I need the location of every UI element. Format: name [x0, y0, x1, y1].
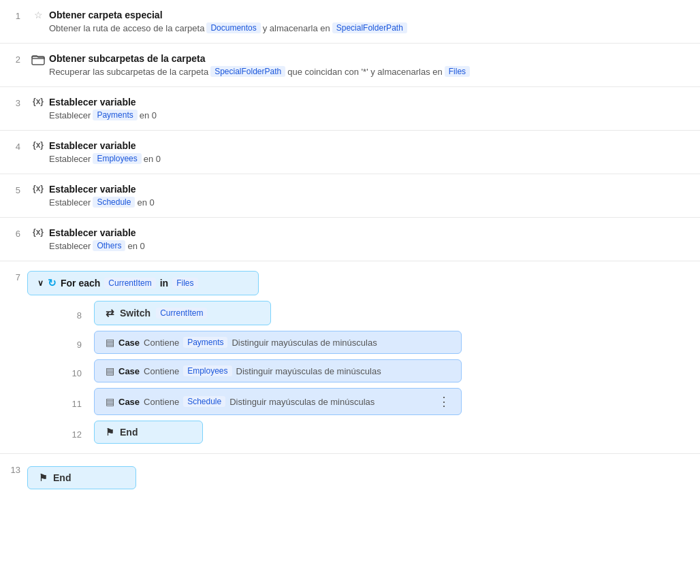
desc-text: en 0: [137, 197, 154, 208]
step-content-3: Establecer variableEstablecerPaymentsen …: [49, 94, 700, 123]
desc-text: en 0: [140, 110, 157, 120]
case-tag-9: Payments: [183, 337, 227, 348]
step-icon-var-6: {x}: [27, 225, 49, 237]
end-icon-outer: ⚑: [39, 472, 48, 483]
step-content-2: Obtener subcarpetas de la carpetaRecuper…: [49, 50, 700, 80]
step-row-10: 10 ▤ Case Contiene Employees Distinguir …: [68, 359, 700, 382]
step-content-4: Establecer variableEstablecerEmployeesen…: [49, 137, 700, 167]
switch-block[interactable]: ⇄ Switch CurrentItem: [94, 301, 271, 325]
step-desc-3: EstablecerPaymentsen 0: [49, 110, 700, 120]
case-contiene-9: Contiene: [144, 338, 179, 348]
switch-label: Switch: [120, 308, 150, 318]
case-contiene-11: Contiene: [144, 397, 179, 407]
chevron-icon: ∨: [37, 278, 44, 288]
desc-tag: Files: [445, 66, 470, 77]
step-number-1: 1: [0, 7, 27, 21]
step-number-3: 3: [0, 94, 27, 108]
desc-tag: Schedule: [93, 197, 135, 208]
step-number-7: 7: [0, 268, 27, 282]
step-row-5: 5{x}Establecer variableEstablecerSchedul…: [0, 174, 700, 218]
step-desc-6: EstablecerOthersen 0: [49, 240, 700, 251]
desc-tag: Others: [93, 240, 125, 251]
step-row-12: 12 ⚑ End: [68, 421, 700, 444]
desc-text: Establecer: [49, 241, 91, 251]
end-outer-label: End: [53, 472, 71, 483]
step-title-3: Establecer variable: [49, 97, 700, 108]
case-label-11: Case: [118, 397, 140, 407]
step-title-5: Establecer variable: [49, 184, 700, 195]
step-number-8: 8: [68, 306, 89, 321]
case-block-9[interactable]: ▤ Case Contiene Payments Distinguir mayú…: [94, 331, 462, 354]
step-row-1: 1☆Obtener carpeta especialObtener la rut…: [0, 0, 700, 44]
end-inner-label: End: [120, 427, 138, 438]
step-row-8: 8 ⇄ Switch CurrentItem: [68, 301, 700, 325]
end-inner-block[interactable]: ⚑ End: [94, 421, 203, 444]
step-number-10: 10: [68, 364, 89, 378]
desc-text: Obtener la ruta de acceso de la carpeta: [49, 23, 204, 33]
foreach-in-text: in: [160, 278, 168, 289]
step-icon-star-1: ☆: [27, 7, 49, 20]
case-rest-10: Distinguir mayúsculas de minúsculas: [236, 366, 381, 376]
desc-text: en 0: [127, 241, 144, 251]
desc-text: Establecer: [49, 197, 91, 208]
step-desc-1: Obtener la ruta de acceso de la carpetaD…: [49, 22, 700, 33]
step-title-4: Establecer variable: [49, 140, 700, 151]
foreach-header[interactable]: ∨ ↻ For each CurrentItem in Files: [27, 271, 259, 295]
desc-text: y almacenarla en: [263, 23, 330, 33]
step-desc-2: Recuperar las subcarpetas de la carpetaS…: [49, 66, 700, 77]
step-number-12: 12: [68, 425, 89, 440]
step-number-6: 6: [0, 225, 27, 239]
foreach-inner: 8 ⇄ Switch CurrentItem 9 ▤ Case Contiene…: [68, 301, 700, 444]
case-label-9: Case: [118, 338, 140, 348]
end-outer-block[interactable]: ⚑ End: [27, 466, 136, 489]
step-number-13: 13: [0, 461, 27, 475]
step-row-3: 3{x}Establecer variableEstablecerPayment…: [0, 87, 700, 131]
desc-tag: SpecialFolderPath: [332, 22, 407, 33]
desc-tag: Payments: [93, 110, 137, 120]
switch-variable-tag: CurrentItem: [156, 308, 207, 318]
case-tag-10: Employees: [183, 365, 232, 376]
step-number-9: 9: [68, 336, 89, 350]
case-icon-11: ▤: [106, 396, 114, 407]
step-icon-var-4: {x}: [27, 137, 49, 150]
foreach-files-tag: Files: [172, 278, 197, 289]
step-icon-var-3: {x}: [27, 94, 49, 106]
step-desc-4: EstablecerEmployeesen 0: [49, 153, 700, 164]
step-row-11: 11 ▤ Case Contiene Schedule Distinguir m…: [68, 388, 700, 415]
end-icon-inner: ⚑: [106, 427, 114, 438]
foreach-label: For each: [61, 278, 100, 289]
desc-text: Recuperar las subcarpetas de la carpeta: [49, 67, 208, 77]
step-content-1: Obtener carpeta especialObtener la ruta …: [49, 7, 700, 36]
case-block-10[interactable]: ▤ Case Contiene Employees Distinguir may…: [94, 359, 462, 382]
desc-tag: SpecialFolderPath: [210, 66, 285, 77]
more-options-icon-11[interactable]: ⋮: [438, 394, 450, 409]
case-icon-10: ▤: [106, 365, 114, 376]
desc-text: en 0: [144, 154, 161, 164]
case-rest-9: Distinguir mayúsculas de minúsculas: [232, 338, 377, 348]
step-icon-var-5: {x}: [27, 181, 49, 193]
main-container: 1☆Obtener carpeta especialObtener la rut…: [0, 0, 700, 588]
case-label-10: Case: [118, 366, 140, 376]
step-row-7: 7 ∨ ↻ For each CurrentItem in Files 8 ⇄ …: [0, 261, 700, 454]
step-content-5: Establecer variableEstablecerScheduleen …: [49, 181, 700, 210]
case-block-11[interactable]: ▤ Case Contiene Schedule Distinguir mayú…: [94, 388, 462, 415]
step-number-11: 11: [68, 395, 89, 409]
desc-text: Establecer: [49, 154, 91, 164]
foreach-currentitem-tag: CurrentItem: [104, 278, 155, 289]
step-desc-5: EstablecerScheduleen 0: [49, 197, 700, 208]
switch-icon: ⇄: [106, 307, 114, 319]
case-contiene-10: Contiene: [144, 366, 179, 376]
step-row-13: 13 ⚑ End: [0, 454, 700, 496]
step-icon-folder-2: [27, 50, 49, 67]
desc-tag: Employees: [93, 153, 141, 164]
step-number-5: 5: [0, 181, 27, 195]
case-rest-11: Distinguir mayúsculas de minúsculas: [229, 397, 375, 407]
step-content-6: Establecer variableEstablecerOthersen 0: [49, 225, 700, 254]
case-icon-9: ▤: [106, 337, 114, 348]
step-row-2: 2 Obtener subcarpetas de la carpetaRecup…: [0, 44, 700, 87]
step-row-4: 4{x}Establecer variableEstablecerEmploye…: [0, 131, 700, 174]
step-title-2: Obtener subcarpetas de la carpeta: [49, 53, 700, 64]
desc-text: que coincidan con '*' y almacenarlas en: [287, 67, 443, 77]
foreach-loop-icon: ↻: [48, 277, 57, 289]
desc-text: Establecer: [49, 110, 91, 120]
